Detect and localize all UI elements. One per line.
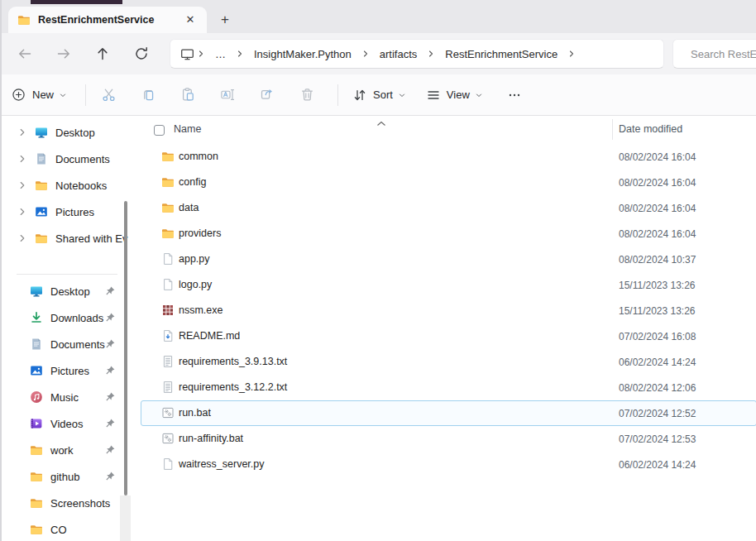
- sidebar-item-screenshots[interactable]: Screenshots: [0, 490, 132, 516]
- sidebar-item-work[interactable]: work: [0, 437, 132, 463]
- file-row-common[interactable]: common08/02/2024 16:04: [132, 144, 756, 170]
- file-row-app-py[interactable]: app.py08/02/2024 10:37: [132, 247, 756, 272]
- folder-file-icon: [161, 201, 175, 214]
- pin-icon: [104, 418, 116, 429]
- background-window-strip: [31, 0, 122, 4]
- address-bar[interactable]: …InsightMaker.PythonartifactsRestEnrichm…: [170, 39, 664, 69]
- column-header-name[interactable]: Name: [174, 123, 201, 135]
- command-toolbar: New Sort View: [0, 74, 756, 116]
- cut-button[interactable]: [98, 85, 118, 105]
- chevron-right-icon[interactable]: [17, 180, 28, 191]
- breadcrumb-ellipsis[interactable]: …: [208, 48, 233, 60]
- file-date-modified: 06/02/2024 14:24: [619, 357, 696, 368]
- more-options-button[interactable]: [505, 85, 524, 105]
- chevron-right-icon[interactable]: [17, 153, 28, 165]
- sidebar-item-downloads[interactable]: Downloads: [0, 304, 132, 331]
- delete-button[interactable]: [297, 85, 317, 105]
- sidebar-item-notebooks[interactable]: Notebooks: [0, 172, 132, 199]
- file-row-config[interactable]: config08/02/2024 16:04: [132, 170, 756, 195]
- file-name: waitress_server.py: [179, 458, 265, 470]
- sidebar-item-documents[interactable]: Documents: [0, 331, 132, 357]
- column-header-date-modified[interactable]: Date modified: [619, 123, 682, 135]
- up-button[interactable]: [94, 45, 111, 62]
- file-file-icon: [161, 278, 175, 291]
- sort-ascending-icon: [376, 116, 387, 131]
- explorer-tab[interactable]: RestEnrichmentService ✕: [8, 7, 207, 33]
- file-row-requirements-3-9-13-txt[interactable]: requirements_3.9.13.txt06/02/2024 14:24: [132, 349, 756, 375]
- new-button[interactable]: New: [12, 88, 67, 102]
- rename-button[interactable]: [218, 85, 237, 105]
- file-row-run-bat[interactable]: run.bat07/02/2024 12:52: [132, 400, 756, 426]
- bat-file-icon: [161, 406, 175, 419]
- sidebar-item-pictures[interactable]: Pictures: [0, 357, 132, 384]
- file-row-run-affinity-bat[interactable]: run-affinity.bat07/02/2024 12:53: [132, 426, 756, 452]
- file-file-icon: [161, 252, 175, 266]
- sidebar-item-desktop[interactable]: Desktop: [0, 278, 132, 304]
- sidebar-scrollbar[interactable]: [124, 201, 127, 496]
- chevron-right-icon[interactable]: [361, 49, 371, 59]
- sidebar-item-documents[interactable]: Documents: [0, 146, 132, 172]
- folder-icon: [30, 496, 43, 510]
- select-all-checkbox[interactable]: [154, 125, 165, 136]
- sidebar-item-pictures[interactable]: Pictures: [0, 199, 132, 225]
- sidebar-item-desktop[interactable]: Desktop: [0, 119, 132, 146]
- file-name: run.bat: [179, 407, 211, 419]
- sidebar-item-co[interactable]: CO: [0, 516, 132, 541]
- chevron-down-icon: [59, 91, 67, 99]
- pin-icon: [104, 338, 116, 350]
- music-icon: [30, 390, 43, 404]
- sort-button[interactable]: Sort: [352, 88, 406, 103]
- search-box[interactable]: [672, 39, 756, 69]
- sidebar-item-label: CO: [50, 524, 67, 536]
- breadcrumb-item-insightmaker-python[interactable]: InsightMaker.Python: [246, 48, 359, 60]
- copy-button[interactable]: [138, 85, 158, 105]
- tab-title: RestEnrichmentService: [38, 14, 154, 26]
- file-name: providers: [179, 227, 221, 239]
- this-pc-icon[interactable]: [180, 47, 194, 61]
- search-input[interactable]: [689, 47, 756, 61]
- breadcrumb-item-artifacts[interactable]: artifacts: [372, 48, 425, 60]
- chevron-right-icon[interactable]: [17, 206, 28, 218]
- txt-file-icon: [161, 355, 175, 368]
- refresh-button[interactable]: [133, 45, 150, 62]
- folder-icon: [35, 179, 48, 192]
- tab-close-icon[interactable]: ✕: [182, 12, 199, 28]
- forward-button[interactable]: [55, 45, 72, 62]
- file-row-providers[interactable]: providers08/02/2024 16:04: [132, 221, 756, 247]
- chevron-right-icon[interactable]: [196, 49, 206, 59]
- file-list: common08/02/2024 16:04config08/02/2024 1…: [132, 144, 756, 477]
- column-divider[interactable]: [612, 119, 613, 140]
- back-button[interactable]: [17, 45, 33, 62]
- picture-icon: [30, 364, 43, 377]
- toolbar-divider: [337, 84, 338, 106]
- file-row-requirements-3-12-2-txt[interactable]: requirements_3.12.2.txt08/02/2024 12:06: [132, 375, 756, 400]
- sidebar-item-music[interactable]: Music: [0, 384, 132, 410]
- file-row-data[interactable]: data08/02/2024 16:04: [132, 195, 756, 221]
- sidebar-pinned: DesktopDownloadsDocumentsPicturesMusicVi…: [0, 278, 132, 541]
- file-date-modified: 08/02/2024 10:37: [619, 254, 696, 266]
- share-button[interactable]: [257, 85, 277, 105]
- sidebar-item-shared-with-ev[interactable]: Shared with Ev: [0, 225, 132, 251]
- sidebar-item-github[interactable]: github: [0, 463, 132, 490]
- video-icon: [30, 417, 43, 430]
- view-button[interactable]: View: [426, 88, 483, 103]
- sidebar-item-label: Pictures: [55, 206, 94, 218]
- breadcrumb-item-restenrichmentservice[interactable]: RestEnrichmentService: [438, 48, 565, 60]
- file-row-logo-py[interactable]: logo.py15/11/2023 13:26: [132, 272, 756, 298]
- sidebar-item-label: Pictures: [50, 365, 89, 377]
- chevron-right-icon[interactable]: [567, 49, 577, 59]
- paste-button[interactable]: [178, 85, 198, 105]
- tab-bar: RestEnrichmentService ✕ +: [0, 0, 756, 33]
- sidebar-item-videos[interactable]: Videos: [0, 410, 132, 437]
- chevron-right-icon[interactable]: [17, 232, 28, 244]
- file-row-waitress-server-py[interactable]: waitress_server.py06/02/2024 14:24: [132, 452, 756, 477]
- file-name: README.md: [179, 330, 240, 342]
- chevron-right-icon[interactable]: [235, 49, 245, 59]
- file-row-readme-md[interactable]: README.md07/02/2024 16:08: [132, 323, 756, 349]
- sidebar-item-label: Documents: [50, 338, 105, 351]
- file-date-modified: 07/02/2024 12:52: [619, 408, 696, 419]
- chevron-right-icon[interactable]: [426, 49, 436, 59]
- chevron-right-icon[interactable]: [17, 127, 28, 138]
- new-tab-button[interactable]: +: [215, 10, 235, 30]
- file-row-nssm-exe[interactable]: nssm.exe15/11/2023 13:26: [132, 298, 756, 323]
